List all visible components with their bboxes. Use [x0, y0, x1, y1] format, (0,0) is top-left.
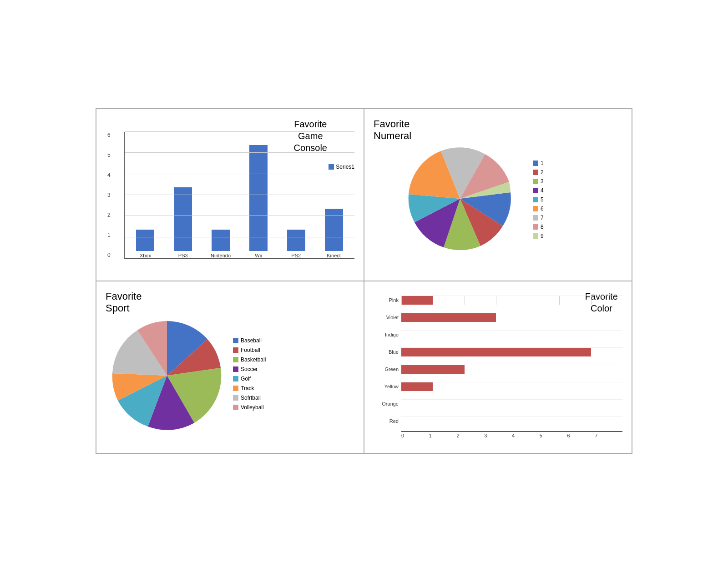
sport-legend-golf: Golf [233, 376, 266, 382]
hbar-row-yellow: Yellow [374, 379, 622, 394]
grid-line-2 [125, 216, 354, 216]
legend-item-1: 1 [533, 160, 544, 166]
sport-legend-box-golf [233, 376, 238, 381]
sport-legend-volleyball: Volleyball [233, 404, 266, 411]
grid-line-4 [125, 174, 354, 174]
sport-legend-box-soccer [233, 366, 238, 372]
hbar-row-indigo: Indigo [374, 327, 622, 342]
hbar-label-green: Green [374, 366, 399, 372]
grid-line-5 [125, 152, 354, 153]
hbar-x-7: 7 [595, 433, 622, 438]
sport-legend-baseball: Baseball [233, 337, 266, 344]
hbar-track-blue [401, 347, 622, 356]
legend-box-1 [533, 161, 538, 166]
legend-label-6: 6 [541, 206, 544, 212]
sport-legend-box-volleyball [233, 405, 238, 410]
bar-chart-panel: FavoriteGameConsole Series1 6 5 4 3 2 1 … [96, 109, 364, 281]
legend-item-5: 5 [533, 196, 544, 203]
legend-box-7 [533, 215, 538, 221]
hbar-row-blue: Blue [374, 345, 622, 359]
hbar-wrapper: Pink Violet Indigo [374, 293, 622, 438]
hbar-label-blue: Blue [374, 349, 399, 355]
hbar-track-yellow [401, 382, 622, 391]
sport-legend-track: Track [233, 385, 266, 391]
legend-box-9 [533, 233, 538, 239]
legend-box-2 [533, 170, 538, 175]
hbar-label-indigo: Indigo [374, 332, 399, 337]
hbar-label-orange: Orange [374, 401, 399, 406]
sport-legend-box-basketball [233, 357, 238, 362]
legend-item-9: 9 [533, 233, 544, 239]
grid-line-1 [125, 237, 354, 237]
hbar-track-green [401, 365, 622, 374]
sport-legend-box-softball [233, 395, 238, 401]
sport-legend-box-football [233, 347, 238, 353]
legend-item-2: 2 [533, 169, 544, 176]
hbar-track-indigo [401, 330, 622, 339]
legend-box-6 [533, 206, 538, 211]
sport-legend-softball: Sofrtball [233, 395, 266, 401]
numeral-pie-legend: 1 2 3 4 5 6 7 [533, 160, 544, 239]
hbar-fill-green [401, 365, 465, 374]
hbar-track-orange [401, 399, 622, 408]
grid-line-0 [125, 258, 354, 258]
hbar-track-violet [401, 313, 622, 322]
legend-box-4 [533, 188, 538, 193]
numeral-pie-svg [405, 133, 524, 262]
legend-item-3: 3 [533, 178, 544, 185]
sport-legend-soccer: Soccer [233, 366, 266, 372]
sport-legend-label-football: Football [241, 347, 260, 353]
sport-legend-label-soccer: Soccer [241, 366, 258, 372]
legend-label-3: 3 [541, 178, 544, 185]
hbar-row-green: Green [374, 362, 622, 376]
hbar-track-red [401, 416, 622, 426]
hbar-track-pink [401, 296, 622, 305]
hbar-label-red: Red [374, 418, 399, 424]
sport-pie-panel: FavoriteSport [96, 281, 364, 453]
sport-legend-label-golf: Golf [241, 376, 251, 382]
legend-label-1: 1 [541, 160, 544, 166]
legend-box-3 [533, 179, 538, 184]
hbar-x-5: 5 [540, 433, 567, 438]
grid-line-6 [125, 131, 354, 132]
sport-legend-label-baseball: Baseball [241, 337, 262, 344]
sport-pie-title: FavoriteSport [106, 291, 142, 315]
sport-legend-label-basketball: Basketball [241, 356, 266, 363]
hbar-label-violet: Violet [374, 315, 399, 320]
hbar-x-1: 1 [429, 433, 457, 438]
hbar-x-6: 6 [567, 433, 595, 438]
numeral-pie-panel: FavoriteNumeral [364, 109, 632, 281]
legend-label-7: 7 [541, 215, 544, 221]
sport-legend-football: Football [233, 347, 266, 353]
sport-legend-label-softball: Sofrtball [241, 395, 261, 401]
sport-legend-label-track: Track [241, 385, 254, 391]
dashboard: FavoriteGameConsole Series1 6 5 4 3 2 1 … [96, 108, 632, 454]
hbar-row-red: Red [374, 414, 622, 428]
sport-pie-svg [106, 305, 228, 439]
bar-chart-area: 6 5 4 3 2 1 0 X [124, 132, 354, 259]
hbar-fill-violet [401, 313, 496, 322]
hbar-fill-yellow [401, 382, 433, 391]
legend-item-6: 6 [533, 206, 544, 212]
hbar-fill-pink [401, 296, 433, 305]
sport-legend-label-volleyball: Volleyball [241, 404, 264, 411]
hbar-row-orange: Orange [374, 396, 622, 411]
numeral-pie-title: FavoriteNumeral [374, 118, 411, 142]
sport-pie-legend: Baseball Football Basketball Soccer Golf… [233, 337, 266, 411]
hbar-x-4: 4 [512, 433, 540, 438]
sport-legend-basketball: Basketball [233, 356, 266, 363]
legend-label-9: 9 [541, 233, 544, 239]
y-axis: 6 5 4 3 2 1 0 [107, 132, 111, 258]
hbar-x-0: 0 [401, 433, 429, 438]
hbar-x-axis: 0 1 2 3 4 5 6 7 [401, 431, 622, 438]
legend-box-5 [533, 197, 538, 202]
legend-label-5: 5 [541, 196, 544, 203]
legend-item-4: 4 [533, 187, 544, 194]
legend-label-8: 8 [541, 224, 544, 230]
legend-label-2: 2 [541, 169, 544, 176]
hbar-x-3: 3 [484, 433, 512, 438]
legend-box-8 [533, 224, 538, 230]
color-chart-panel: FavoriteColor Pink Violet [364, 281, 632, 453]
sport-legend-box-baseball [233, 338, 238, 343]
legend-item-7: 7 [533, 215, 544, 221]
